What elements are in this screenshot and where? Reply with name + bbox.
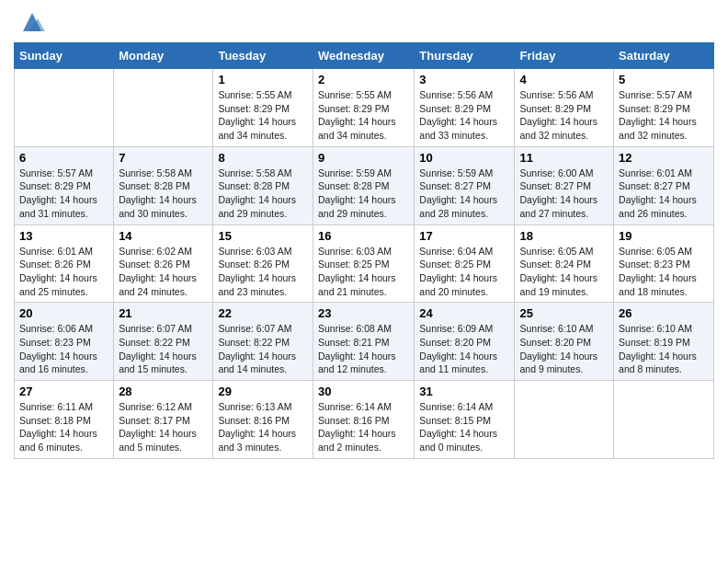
day-info: Sunrise: 6:09 AMSunset: 8:20 PMDaylight:… (419, 323, 497, 374)
day-number: 2 (318, 73, 409, 86)
day-info: Sunrise: 5:56 AMSunset: 8:29 PMDaylight:… (419, 89, 497, 141)
calendar-table: SundayMondayTuesdayWednesdayThursdayFrid… (14, 42, 714, 459)
day-number: 25 (519, 306, 609, 320)
header-cell-thursday: Thursday (415, 43, 515, 69)
calendar-cell: 1Sunrise: 5:55 AMSunset: 8:29 PMDaylight… (213, 69, 313, 147)
day-info: Sunrise: 6:05 AMSunset: 8:23 PMDaylight:… (619, 246, 697, 297)
day-info: Sunrise: 5:59 AMSunset: 8:28 PMDaylight:… (318, 167, 396, 219)
calendar-cell: 4Sunrise: 5:56 AMSunset: 8:29 PMDaylight… (515, 69, 614, 147)
calendar-cell (15, 69, 114, 147)
calendar-cell: 3Sunrise: 5:56 AMSunset: 8:29 PMDaylight… (415, 69, 515, 147)
day-info: Sunrise: 6:01 AMSunset: 8:26 PMDaylight:… (19, 246, 97, 297)
calendar-cell: 10Sunrise: 5:59 AMSunset: 8:27 PMDayligh… (415, 146, 515, 224)
day-number: 18 (519, 229, 609, 243)
day-info: Sunrise: 6:03 AMSunset: 8:26 PMDaylight:… (218, 246, 296, 297)
calendar-cell: 24Sunrise: 6:09 AMSunset: 8:20 PMDayligh… (415, 303, 515, 381)
calendar-cell: 13Sunrise: 6:01 AMSunset: 8:26 PMDayligh… (15, 224, 114, 303)
day-number: 14 (119, 229, 208, 243)
day-info: Sunrise: 6:07 AMSunset: 8:22 PMDaylight:… (119, 323, 197, 374)
calendar-cell: 11Sunrise: 6:00 AMSunset: 8:27 PMDayligh… (515, 146, 614, 224)
week-row-5: 27Sunrise: 6:11 AMSunset: 8:18 PMDayligh… (15, 381, 714, 459)
header-cell-sunday: Sunday (15, 43, 114, 69)
day-info: Sunrise: 6:05 AMSunset: 8:24 PMDaylight:… (519, 246, 597, 297)
logo-icon (19, 9, 45, 35)
day-info: Sunrise: 5:57 AMSunset: 8:29 PMDaylight:… (619, 89, 697, 141)
day-info: Sunrise: 6:13 AMSunset: 8:16 PMDaylight:… (218, 401, 296, 453)
calendar-cell: 9Sunrise: 5:59 AMSunset: 8:28 PMDaylight… (313, 146, 414, 224)
day-info: Sunrise: 6:11 AMSunset: 8:18 PMDaylight:… (19, 401, 97, 453)
day-info: Sunrise: 5:58 AMSunset: 8:28 PMDaylight:… (119, 167, 197, 219)
calendar-cell: 20Sunrise: 6:06 AMSunset: 8:23 PMDayligh… (15, 303, 114, 381)
day-info: Sunrise: 6:04 AMSunset: 8:25 PMDaylight:… (419, 246, 497, 297)
header-cell-friday: Friday (515, 43, 614, 69)
calendar-cell: 16Sunrise: 6:03 AMSunset: 8:25 PMDayligh… (313, 224, 414, 303)
day-info: Sunrise: 6:14 AMSunset: 8:15 PMDaylight:… (419, 401, 497, 453)
day-number: 26 (619, 306, 709, 320)
day-number: 30 (318, 385, 409, 398)
header-cell-monday: Monday (114, 43, 213, 69)
day-number: 12 (619, 151, 709, 165)
calendar-cell: 22Sunrise: 6:07 AMSunset: 8:22 PMDayligh… (213, 303, 313, 381)
day-info: Sunrise: 6:10 AMSunset: 8:20 PMDaylight:… (519, 323, 597, 374)
day-number: 4 (519, 73, 609, 86)
calendar-cell: 2Sunrise: 5:55 AMSunset: 8:29 PMDaylight… (313, 69, 414, 147)
calendar-cell: 27Sunrise: 6:11 AMSunset: 8:18 PMDayligh… (15, 381, 114, 459)
calendar-cell (114, 69, 213, 147)
day-info: Sunrise: 5:55 AMSunset: 8:29 PMDaylight:… (218, 89, 296, 141)
calendar-cell: 28Sunrise: 6:12 AMSunset: 8:17 PMDayligh… (114, 381, 213, 459)
week-row-2: 6Sunrise: 5:57 AMSunset: 8:29 PMDaylight… (15, 146, 714, 224)
day-number: 3 (419, 73, 509, 86)
header-cell-wednesday: Wednesday (313, 43, 414, 69)
day-number: 24 (419, 306, 509, 320)
day-number: 19 (619, 229, 709, 243)
calendar-cell: 18Sunrise: 6:05 AMSunset: 8:24 PMDayligh… (515, 224, 614, 303)
day-number: 31 (419, 385, 509, 398)
day-number: 11 (519, 151, 609, 165)
day-number: 28 (119, 385, 208, 398)
logo (14, 9, 45, 35)
day-number: 8 (218, 151, 308, 165)
calendar-cell (515, 381, 614, 459)
week-row-4: 20Sunrise: 6:06 AMSunset: 8:23 PMDayligh… (15, 303, 714, 381)
header-row: SundayMondayTuesdayWednesdayThursdayFrid… (15, 43, 714, 69)
day-number: 7 (119, 151, 208, 165)
calendar-cell (614, 381, 714, 459)
day-number: 29 (218, 385, 308, 398)
calendar-cell: 25Sunrise: 6:10 AMSunset: 8:20 PMDayligh… (515, 303, 614, 381)
day-number: 6 (19, 151, 108, 165)
day-info: Sunrise: 6:07 AMSunset: 8:22 PMDaylight:… (218, 323, 296, 374)
day-number: 13 (19, 229, 108, 243)
calendar-cell: 31Sunrise: 6:14 AMSunset: 8:15 PMDayligh… (415, 381, 515, 459)
calendar-header: SundayMondayTuesdayWednesdayThursdayFrid… (15, 43, 714, 69)
day-info: Sunrise: 6:02 AMSunset: 8:26 PMDaylight:… (119, 246, 197, 297)
day-number: 10 (419, 151, 509, 165)
calendar-cell: 8Sunrise: 5:58 AMSunset: 8:28 PMDaylight… (213, 146, 313, 224)
calendar-cell: 21Sunrise: 6:07 AMSunset: 8:22 PMDayligh… (114, 303, 213, 381)
day-info: Sunrise: 6:00 AMSunset: 8:27 PMDaylight:… (519, 167, 597, 219)
day-number: 27 (19, 385, 108, 398)
day-info: Sunrise: 5:57 AMSunset: 8:29 PMDaylight:… (19, 167, 97, 219)
day-number: 15 (218, 229, 308, 243)
day-info: Sunrise: 6:10 AMSunset: 8:19 PMDaylight:… (619, 323, 697, 374)
header (14, 9, 714, 35)
calendar-cell: 26Sunrise: 6:10 AMSunset: 8:19 PMDayligh… (614, 303, 714, 381)
day-info: Sunrise: 6:06 AMSunset: 8:23 PMDaylight:… (19, 323, 97, 374)
day-info: Sunrise: 5:56 AMSunset: 8:29 PMDaylight:… (519, 89, 597, 141)
calendar-body: 1Sunrise: 5:55 AMSunset: 8:29 PMDaylight… (15, 69, 714, 459)
calendar-cell: 14Sunrise: 6:02 AMSunset: 8:26 PMDayligh… (114, 224, 213, 303)
calendar-cell: 30Sunrise: 6:14 AMSunset: 8:16 PMDayligh… (313, 381, 414, 459)
day-info: Sunrise: 6:01 AMSunset: 8:27 PMDaylight:… (619, 167, 697, 219)
calendar-cell: 6Sunrise: 5:57 AMSunset: 8:29 PMDaylight… (15, 146, 114, 224)
day-info: Sunrise: 5:59 AMSunset: 8:27 PMDaylight:… (419, 167, 497, 219)
week-row-1: 1Sunrise: 5:55 AMSunset: 8:29 PMDaylight… (15, 69, 714, 147)
day-info: Sunrise: 6:08 AMSunset: 8:21 PMDaylight:… (318, 323, 396, 374)
day-number: 5 (619, 73, 709, 86)
day-info: Sunrise: 6:14 AMSunset: 8:16 PMDaylight:… (318, 401, 396, 453)
day-number: 9 (318, 151, 409, 165)
calendar-cell: 5Sunrise: 5:57 AMSunset: 8:29 PMDaylight… (614, 69, 714, 147)
day-number: 23 (318, 306, 409, 320)
day-info: Sunrise: 6:12 AMSunset: 8:17 PMDaylight:… (119, 401, 197, 453)
calendar-cell: 19Sunrise: 6:05 AMSunset: 8:23 PMDayligh… (614, 224, 714, 303)
week-row-3: 13Sunrise: 6:01 AMSunset: 8:26 PMDayligh… (15, 224, 714, 303)
calendar-cell: 17Sunrise: 6:04 AMSunset: 8:25 PMDayligh… (415, 224, 515, 303)
